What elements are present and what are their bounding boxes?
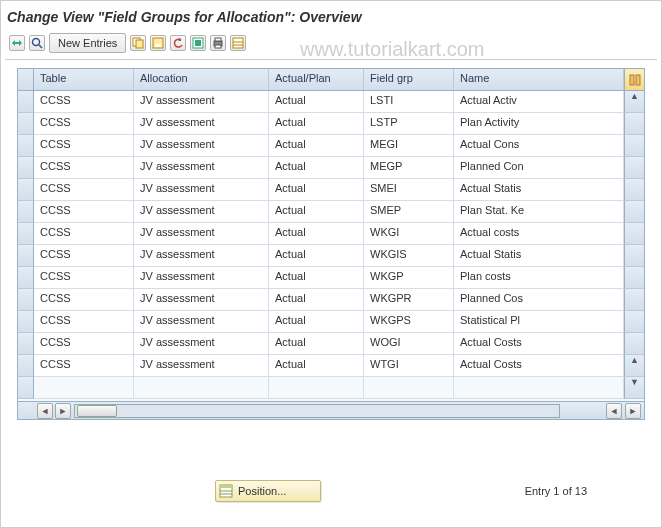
cell-field-grp[interactable]: WKGP xyxy=(364,267,454,289)
col-allocation[interactable]: Allocation xyxy=(134,69,269,90)
cell-table[interactable]: CCSS xyxy=(34,223,134,245)
cell-allocation[interactable]: JV assessment xyxy=(134,113,269,135)
cell-allocation[interactable]: JV assessment xyxy=(134,245,269,267)
cell-actual-plan[interactable]: Actual xyxy=(269,135,364,157)
cell-name[interactable]: Plan costs xyxy=(454,267,624,289)
cell-actual-plan[interactable]: Actual xyxy=(269,311,364,333)
cell-actual-plan[interactable]: Actual xyxy=(269,201,364,223)
cell-table[interactable]: CCSS xyxy=(34,267,134,289)
cell-allocation[interactable]: JV assessment xyxy=(134,289,269,311)
cell-actual-plan[interactable]: Actual xyxy=(269,333,364,355)
cell-allocation[interactable]: JV assessment xyxy=(134,135,269,157)
cell-field-grp[interactable]: WKGI xyxy=(364,223,454,245)
configure-columns-icon[interactable] xyxy=(624,69,644,90)
cell-field-grp[interactable]: MEGP xyxy=(364,157,454,179)
row-selector[interactable] xyxy=(18,333,34,355)
cell-table[interactable]: CCSS xyxy=(34,245,134,267)
cell-name[interactable]: Actual Costs xyxy=(454,333,624,355)
cell-allocation[interactable]: JV assessment xyxy=(134,267,269,289)
select-all-column[interactable] xyxy=(18,69,34,90)
cell-name[interactable]: Actual Activ xyxy=(454,91,624,113)
cell-name[interactable]: Statistical Pl xyxy=(454,311,624,333)
new-entries-button[interactable]: New Entries xyxy=(49,33,126,53)
scroll-left2-icon[interactable]: ◄ xyxy=(606,403,622,419)
row-selector[interactable] xyxy=(18,289,34,311)
position-button[interactable]: Position... xyxy=(215,480,321,502)
cell-allocation[interactable]: JV assessment xyxy=(134,201,269,223)
cell-table[interactable]: CCSS xyxy=(34,157,134,179)
cell-name[interactable]: Planned Con xyxy=(454,157,624,179)
cell-name[interactable]: Actual costs xyxy=(454,223,624,245)
cell-actual-plan[interactable]: Actual xyxy=(269,223,364,245)
cell-actual-plan[interactable]: Actual xyxy=(269,157,364,179)
expand-icon[interactable] xyxy=(29,35,45,51)
cell-table[interactable]: CCSS xyxy=(34,311,134,333)
cell-name[interactable]: Actual Cons xyxy=(454,135,624,157)
cell-allocation[interactable]: JV assessment xyxy=(134,91,269,113)
cell-name[interactable]: Actual Statis xyxy=(454,245,624,267)
cell-field-grp[interactable]: LSTP xyxy=(364,113,454,135)
undo-icon[interactable] xyxy=(170,35,186,51)
cell-allocation[interactable]: JV assessment xyxy=(134,311,269,333)
cell-name[interactable]: Plan Stat. Ke xyxy=(454,201,624,223)
cell-allocation[interactable]: JV assessment xyxy=(134,179,269,201)
cell-table[interactable]: CCSS xyxy=(34,179,134,201)
cell-field-grp[interactable]: WKGPS xyxy=(364,311,454,333)
row-selector[interactable] xyxy=(18,245,34,267)
select-block-icon[interactable] xyxy=(230,35,246,51)
row-selector[interactable] xyxy=(18,201,34,223)
cell-table[interactable]: CCSS xyxy=(34,113,134,135)
cell-field-grp[interactable]: WOGI xyxy=(364,333,454,355)
row-selector[interactable] xyxy=(18,113,34,135)
cell-actual-plan[interactable]: Actual xyxy=(269,245,364,267)
print-icon[interactable] xyxy=(210,35,226,51)
cell-actual-plan[interactable]: Actual xyxy=(269,355,364,377)
cell-name[interactable]: Actual Statis xyxy=(454,179,624,201)
cell-actual-plan[interactable]: Actual xyxy=(269,91,364,113)
cell-actual-plan[interactable]: Actual xyxy=(269,289,364,311)
col-field-grp[interactable]: Field grp xyxy=(364,69,454,90)
row-selector[interactable] xyxy=(18,267,34,289)
select-all-icon[interactable] xyxy=(190,35,206,51)
copy-icon[interactable] xyxy=(130,35,146,51)
cell-allocation[interactable]: JV assessment xyxy=(134,333,269,355)
hscroll-track[interactable] xyxy=(74,404,560,418)
col-name[interactable]: Name xyxy=(454,69,624,90)
col-actual-plan[interactable]: Actual/Plan xyxy=(269,69,364,90)
cell-table[interactable]: CCSS xyxy=(34,135,134,157)
cell-field-grp[interactable]: MEGI xyxy=(364,135,454,157)
cell-field-grp[interactable]: WKGPR xyxy=(364,289,454,311)
cell-table[interactable]: CCSS xyxy=(34,289,134,311)
row-selector[interactable] xyxy=(18,311,34,333)
scroll-left-icon[interactable]: ◄ xyxy=(37,403,53,419)
col-table[interactable]: Table xyxy=(34,69,134,90)
cell-name[interactable]: Actual Costs xyxy=(454,355,624,377)
cell-table[interactable]: CCSS xyxy=(34,201,134,223)
cell-field-grp[interactable]: SMEI xyxy=(364,179,454,201)
cell-table[interactable]: CCSS xyxy=(34,91,134,113)
row-selector[interactable] xyxy=(18,179,34,201)
row-selector[interactable] xyxy=(18,377,34,399)
cell-actual-plan[interactable]: Actual xyxy=(269,113,364,135)
cell-name[interactable]: Plan Activity xyxy=(454,113,624,135)
cell-actual-plan[interactable]: Actual xyxy=(269,179,364,201)
cell-allocation[interactable]: JV assessment xyxy=(134,223,269,245)
cell-field-grp[interactable]: LSTI xyxy=(364,91,454,113)
row-selector[interactable] xyxy=(18,355,34,377)
hscroll-thumb[interactable] xyxy=(77,405,117,417)
cell-field-grp[interactable]: SMEP xyxy=(364,201,454,223)
cell-field-grp[interactable]: WKGIS xyxy=(364,245,454,267)
scroll-right2-icon[interactable]: ► xyxy=(625,403,641,419)
toggle-display-icon[interactable] xyxy=(9,35,25,51)
row-selector[interactable] xyxy=(18,91,34,113)
cell-name[interactable]: Planned Cos xyxy=(454,289,624,311)
cell-field-grp[interactable]: WTGI xyxy=(364,355,454,377)
row-selector[interactable] xyxy=(18,157,34,179)
cell-allocation[interactable]: JV assessment xyxy=(134,355,269,377)
row-selector[interactable] xyxy=(18,223,34,245)
cell-allocation[interactable]: JV assessment xyxy=(134,157,269,179)
cell-table[interactable]: CCSS xyxy=(34,355,134,377)
cell-table[interactable]: CCSS xyxy=(34,333,134,355)
scroll-right-icon[interactable]: ► xyxy=(55,403,71,419)
row-selector[interactable] xyxy=(18,135,34,157)
